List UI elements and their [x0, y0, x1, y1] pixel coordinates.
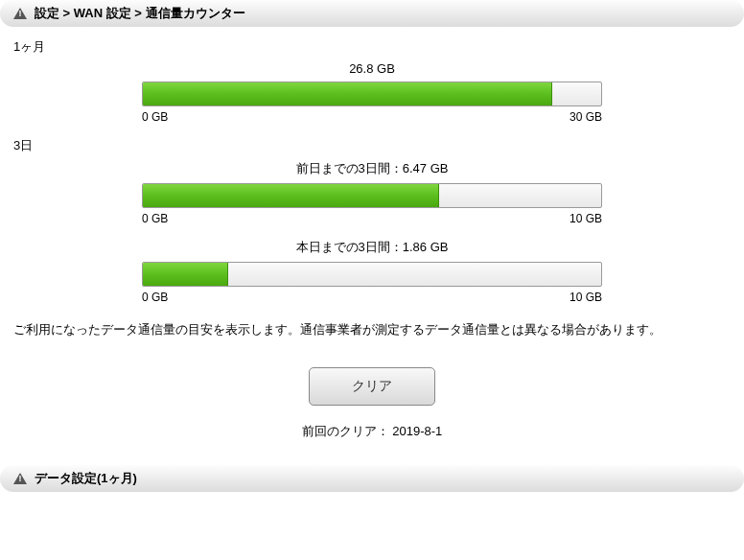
usage-note: ご利用になったデータ通信量の目安を表示します。通信事業者が測定するデータ通信量と…: [13, 321, 731, 338]
gauge-3day-today-max: 10 GB: [570, 291, 602, 304]
section-header-traffic-counter: 設定 > WAN 設定 > 通信量カウンター: [0, 0, 744, 27]
gauge-3day-today: 本日までの3日間：1.86 GB 0 GB 10 GB: [142, 239, 602, 304]
gauge-monthly-fill: [143, 82, 552, 105]
gauge-3day-today-bar: [142, 262, 602, 287]
gauge-3day-today-fill: [143, 263, 228, 286]
gauge-monthly-max: 30 GB: [570, 110, 602, 124]
period-label-3day: 3日: [13, 137, 731, 154]
warning-icon: [13, 473, 27, 484]
gauge-3day-prev: 前日までの3日間：6.47 GB 0 GB 10 GB: [142, 160, 602, 225]
period-label-monthly: 1ヶ月: [13, 38, 731, 56]
gauge-monthly-value: 26.8 GB: [142, 61, 602, 76]
breadcrumb: 設定 > WAN 設定 > 通信量カウンター: [35, 5, 245, 22]
gauge-3day-prev-max: 10 GB: [570, 212, 602, 225]
section-header-data-settings: データ設定(1ヶ月): [0, 465, 744, 492]
gauge-3day-prev-fill: [143, 184, 439, 207]
gauge-monthly: 26.8 GB 0 GB 30 GB: [142, 61, 602, 124]
gauge-3day-today-value: 本日までの3日間：1.86 GB: [142, 239, 602, 256]
gauge-monthly-min: 0 GB: [142, 110, 168, 124]
gauge-3day-prev-value: 前日までの3日間：6.47 GB: [142, 160, 602, 177]
section-title-data-settings: データ設定(1ヶ月): [35, 470, 137, 487]
clear-button[interactable]: クリア: [309, 367, 435, 406]
last-clear-date: 2019-8-1: [392, 424, 442, 438]
last-clear-text: 前回のクリア： 2019-8-1: [13, 423, 731, 440]
gauge-3day-today-min: 0 GB: [142, 291, 168, 304]
warning-icon: [13, 8, 27, 19]
last-clear-label: 前回のクリア：: [302, 424, 389, 438]
gauge-monthly-bar: [142, 82, 602, 106]
gauge-3day-prev-min: 0 GB: [142, 212, 168, 225]
gauge-3day-prev-bar: [142, 183, 602, 208]
